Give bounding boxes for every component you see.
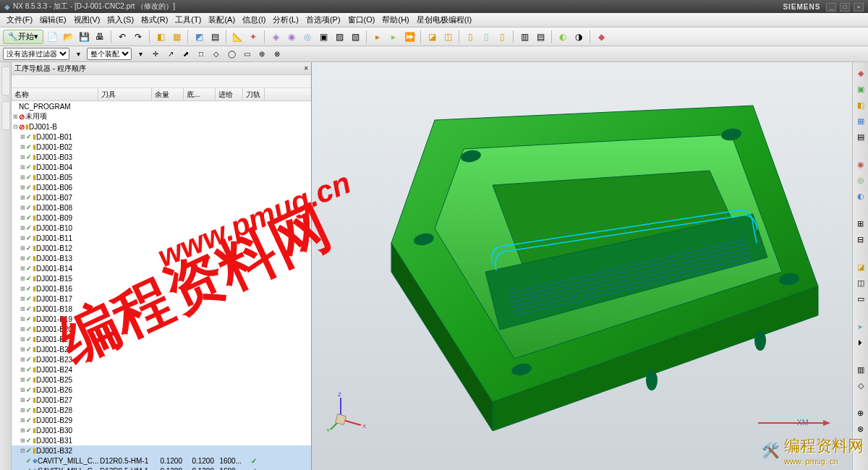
expand-icon[interactable]: ⊞ <box>19 286 26 292</box>
tree-row[interactable]: ⊞✓▮DJ001-B29 <box>12 415 311 425</box>
expand-icon[interactable]: ⊞ <box>19 275 26 282</box>
expand-icon[interactable]: ⊞ <box>19 235 26 242</box>
print-icon[interactable]: 🖶 <box>93 30 107 44</box>
operation-tree[interactable]: NC_PROGRAM⊞⊘未用项⊟⊘▮DJ001-B⊞✓▮DJ001-B01⊞✓▮… <box>12 101 311 470</box>
filter-select[interactable]: 没有选择过滤器 <box>3 48 69 60</box>
op2-icon[interactable]: ◉ <box>284 30 299 44</box>
op5-icon[interactable]: ▨ <box>332 30 346 44</box>
layer-icon[interactable]: ▤ <box>208 30 222 44</box>
new-icon[interactable]: 📄 <box>45 30 59 44</box>
fb2-icon[interactable]: ↗ <box>164 48 177 61</box>
start-button[interactable]: 🔧 开始 ▾ <box>3 30 43 44</box>
expand-icon[interactable]: ⊞ <box>19 225 26 231</box>
menu-help[interactable]: 帮助(H) <box>378 14 412 25</box>
menu-window[interactable]: 窗口(O) <box>344 14 379 25</box>
tree-row[interactable]: ⊞✓▮DJ001-B28 <box>12 405 311 415</box>
post1-icon[interactable]: ◐ <box>556 30 570 44</box>
post2-icon[interactable]: ◑ <box>571 30 586 44</box>
redo-icon[interactable]: ↷ <box>131 30 145 44</box>
mach2-icon[interactable]: ▤ <box>533 30 548 44</box>
open-icon[interactable]: 📂 <box>61 30 75 44</box>
expand-icon[interactable]: ⊞ <box>19 215 26 221</box>
geom1-icon[interactable]: ◪ <box>425 30 439 44</box>
expand-icon[interactable]: ⊞ <box>19 397 26 403</box>
tree-row[interactable]: ⊞✓▮DJ001-B03 <box>12 152 311 162</box>
r-icon-2[interactable]: ▣ <box>854 82 867 95</box>
tree-row[interactable]: ⊞✓▮DJ001-B22 <box>12 344 311 354</box>
tree-row[interactable]: ⊞✓▮DJ001-B20 <box>12 324 311 334</box>
menu-analysis[interactable]: 分析(L) <box>269 14 302 25</box>
fb3-icon[interactable]: ⬈ <box>179 48 192 61</box>
r-icon-6[interactable]: ◉ <box>854 158 867 171</box>
expand-icon[interactable]: ⊞ <box>19 296 26 302</box>
assembly-select[interactable]: 整个装配 <box>87 48 132 60</box>
maximize-button[interactable]: □ <box>840 3 850 12</box>
close-button[interactable]: × <box>854 3 864 12</box>
expand-icon[interactable]: ⊞ <box>19 387 26 393</box>
save-icon[interactable]: 💾 <box>77 30 91 44</box>
tree-row[interactable]: ⊞✓▮DJ001-B23 <box>12 354 311 364</box>
navigator-close-icon[interactable]: × <box>304 64 308 72</box>
r-icon-3[interactable]: ◧ <box>854 98 867 111</box>
undo-icon[interactable]: ↶ <box>115 30 129 44</box>
menu-prefs[interactable]: 首选项(P) <box>302 14 344 25</box>
sim2-icon[interactable]: ▸ <box>386 30 401 44</box>
tree-row[interactable]: ⊞✓▮DJ001-B05 <box>12 172 311 182</box>
col-stock[interactable]: 余量 <box>152 88 184 101</box>
mach1-icon[interactable]: ▥ <box>517 30 532 44</box>
r-icon-4[interactable]: ▦ <box>854 114 867 127</box>
r-icon-13[interactable]: ▭ <box>854 292 867 305</box>
expand-icon[interactable]: ⊞ <box>19 245 26 252</box>
menu-custom[interactable]: 星创电极编程(I) <box>413 14 475 25</box>
menu-view[interactable]: 视图(V) <box>70 14 104 25</box>
op4-icon[interactable]: ▣ <box>316 30 331 44</box>
geom2-icon[interactable]: ◫ <box>441 30 455 44</box>
expand-icon[interactable]: ⊞ <box>19 356 26 363</box>
menu-file[interactable]: 文件(F) <box>3 14 36 25</box>
tree-row[interactable]: ⊞✓▮DJ001-B16 <box>12 283 311 294</box>
fb4-icon[interactable]: □ <box>195 48 208 61</box>
tree-row[interactable]: ⊞✓▮DJ001-B31 <box>12 435 311 445</box>
expand-icon[interactable]: ⊞ <box>19 326 26 333</box>
tree-row[interactable]: ⊟⊘▮DJ001-B <box>12 121 311 132</box>
op6-icon[interactable]: ▧ <box>348 30 362 44</box>
filter-dropdown-icon[interactable]: ▾ <box>72 48 85 61</box>
expand-icon[interactable]: ⊞ <box>19 437 26 444</box>
tool2-icon[interactable]: ▯ <box>479 30 493 44</box>
r-icon-11[interactable]: ◪ <box>854 260 867 273</box>
tree-row[interactable]: ⊟✓▮DJ001-B32 <box>12 445 311 456</box>
expand-icon[interactable]: ⊞ <box>19 336 26 343</box>
extra-icon[interactable]: ◆ <box>594 30 608 44</box>
fb7-icon[interactable]: ▭ <box>240 48 253 61</box>
measure-icon[interactable]: 📐 <box>230 30 244 44</box>
col-feed[interactable]: 进给 <box>216 88 243 101</box>
left-tab-2[interactable] <box>1 101 10 130</box>
tree-row[interactable]: ⊞✓▮DJ001-B26 <box>12 385 311 395</box>
menu-insert[interactable]: 插入(S) <box>103 14 137 25</box>
expand-icon[interactable]: ⊞ <box>19 377 26 383</box>
tree-row[interactable]: ⊞✓▮DJ001-B14 <box>12 263 311 273</box>
clip-icon[interactable]: ◩ <box>192 30 206 44</box>
op1-icon[interactable]: ◈ <box>268 30 283 44</box>
expand-icon[interactable]: ⊞ <box>19 154 26 161</box>
tree-row[interactable]: ⊞✓▮DJ001-B11 <box>12 233 311 243</box>
r-icon-14[interactable]: ▸ <box>854 320 867 333</box>
col-path[interactable]: 刀轨 <box>243 88 265 101</box>
tree-row[interactable]: NC_PROGRAM <box>12 101 311 111</box>
expand-icon[interactable]: ⊞ <box>19 265 26 272</box>
expand-icon[interactable]: ⊟ <box>19 448 26 454</box>
fb1-icon[interactable]: ✛ <box>149 48 162 61</box>
r-icon-1[interactable]: ◆ <box>854 67 867 80</box>
expand-icon[interactable]: ⊞ <box>12 114 19 120</box>
cube-icon[interactable]: ◧ <box>153 30 168 44</box>
menu-assemblies[interactable]: 装配(A) <box>205 14 239 25</box>
expand-icon[interactable]: ⊞ <box>19 184 26 191</box>
menu-info[interactable]: 信息(I) <box>239 14 269 25</box>
r-icon-17[interactable]: ◇ <box>854 379 867 392</box>
menu-tools[interactable]: 工具(T) <box>171 14 205 25</box>
tree-row[interactable]: ⊞✓▮DJ001-B01 <box>12 132 311 142</box>
expand-icon[interactable]: ⊞ <box>19 195 26 201</box>
tree-row[interactable]: ⊞✓▮DJ001-B08 <box>12 202 311 213</box>
box-icon[interactable]: ▦ <box>169 30 184 44</box>
fb8-icon[interactable]: ⊕ <box>255 48 268 61</box>
